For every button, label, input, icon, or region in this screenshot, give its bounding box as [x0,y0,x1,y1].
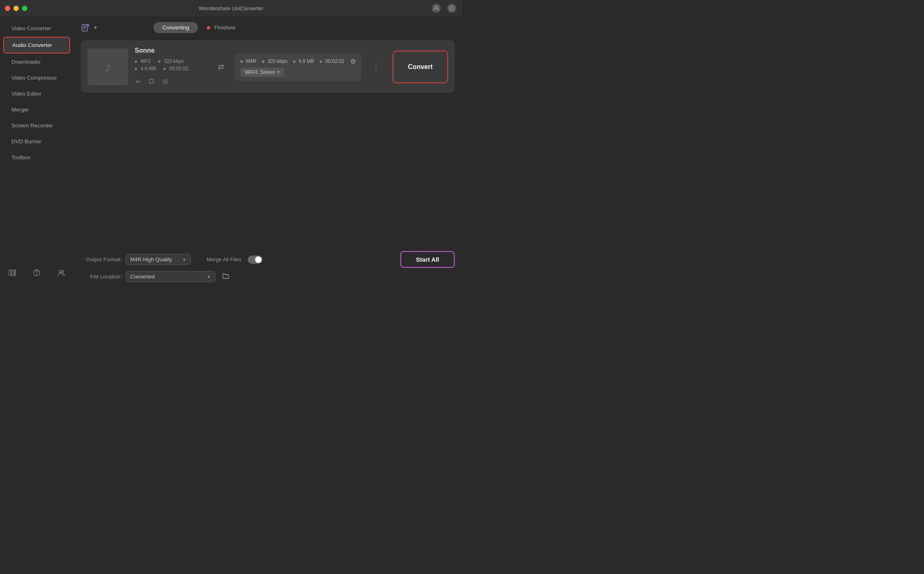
output-box: M4R 320 kbps 4.9 MB 00:02:02 ⚙ [235,53,361,81]
window-controls [5,6,27,11]
convert-button[interactable]: Convert [393,51,448,83]
out-dot-3 [293,60,295,63]
cut-icon[interactable]: ✂ [135,77,142,87]
sidebar-item-dvd-burner[interactable]: DVD Burner [3,134,70,149]
chevron-down-icon: ▼ [93,25,98,31]
svg-point-7 [62,271,64,273]
source-meta-row2: 4.9 MB 00:02:02 [135,66,207,71]
sidebar-item-video-converter[interactable]: Video Converter [3,21,70,36]
sidebar-item-audio-converter[interactable]: Audio Converter [3,37,70,53]
message-icon[interactable] [447,4,456,13]
minimize-button[interactable] [13,6,19,11]
output-format-select[interactable]: M4R-High Quality ▼ [126,254,191,265]
open-folder-icon[interactable] [222,272,229,281]
tab-finished[interactable]: Finished [198,22,244,33]
svg-point-6 [59,270,62,273]
output-format-row: MPA3, Stereo ▼ [240,68,355,77]
file-location-select[interactable]: Converted ▼ [126,271,215,282]
sidebar-item-toolbox[interactable]: Toolbox [3,150,70,165]
finished-tab-label: Finished [214,24,235,31]
music-note-icon: ♪ [104,58,111,76]
crop-icon[interactable] [147,77,155,87]
svg-rect-8 [82,24,87,31]
start-all-area: Start All [400,251,455,268]
svg-rect-9 [149,79,153,83]
sidebar-item-video-editor[interactable]: Video Editor [3,86,70,101]
maximize-button[interactable] [22,6,27,11]
source-format: MP3 [135,58,151,64]
out-dot-4 [320,60,322,63]
meta-dot-1 [135,60,137,63]
file-thumbnail: ♪ [87,49,128,85]
merge-files-label: Merge All Files [207,256,241,263]
meta-dot-2 [158,60,160,63]
bottom-bar: Output Format: M4R-High Quality ▼ Merge … [81,245,455,287]
chevron-down-small-icon: ▼ [276,70,280,74]
users-icon[interactable] [54,267,69,280]
start-all-button[interactable]: Start All [400,251,455,268]
more-options-icon[interactable]: ⋮ [372,62,380,71]
meta-dot-3 [135,68,137,70]
svg-rect-3 [12,270,14,276]
file-actions: ✂ [135,77,207,87]
svg-rect-2 [9,270,11,276]
output-format: M4R [240,58,256,64]
tabs-container: Converting Finished [153,22,244,33]
file-card: ♪ Sonne MP3 320 kbps [81,40,455,93]
tab-converting[interactable]: Converting [153,22,198,33]
file-location-label: File Location: [81,274,122,280]
audio-converter-icon-btn[interactable]: ▼ [81,23,98,33]
output-meta-row1: M4R 320 kbps 4.9 MB 00:02:02 ⚙ [240,58,355,65]
main-layout: Video Converter Audio Converter Download… [0,16,462,287]
file-location-row: File Location: Converted ▼ [81,271,455,282]
titlebar: Wondershare UniConverter [0,0,462,16]
sidebar: Video Converter Audio Converter Download… [0,16,73,287]
output-duration: 00:02:02 [320,58,344,64]
titlebar-right-icons [432,4,456,13]
out-dot-2 [262,60,264,63]
source-size: 4.9 MB [135,66,156,71]
content-area: ▼ Converting Finished ♪ Sonne [73,16,462,287]
app-title: Wondershare UniConverter [199,5,263,11]
meta-dot-4 [163,68,166,70]
sidebar-item-downloader[interactable]: Downloader [3,54,70,69]
sidebar-item-screen-recorder[interactable]: Screen Recorder [3,118,70,133]
source-info: Sonne MP3 320 kbps 4.9 MB [135,47,207,87]
effects-icon[interactable] [161,77,169,87]
convert-button-area: Convert [386,51,448,83]
library-icon[interactable] [5,267,20,280]
sidebar-bottom-icons [0,261,73,285]
sidebar-item-video-compressor[interactable]: Video Compressor [3,70,70,85]
source-meta-row1: MP3 320 kbps [135,58,207,64]
file-name: Sonne [135,47,207,54]
source-duration: 00:02:02 [163,66,188,71]
converting-tab-label: Converting [162,24,189,31]
output-format-label: Output Format: [81,256,122,263]
convert-arrow: ⇄ [214,62,228,71]
toggle-knob [255,256,262,263]
svg-rect-4 [15,270,16,276]
content-header: ▼ Converting Finished [81,22,455,33]
close-button[interactable] [5,6,10,11]
output-bitrate: 320 kbps [262,58,287,64]
out-dot-1 [240,60,243,63]
format-chevron-icon: ▼ [182,257,187,262]
merge-toggle[interactable] [248,256,262,264]
location-chevron-icon: ▼ [207,274,211,279]
sidebar-item-merger[interactable]: Merger [3,102,70,117]
settings-icon[interactable]: ⚙ [350,58,356,65]
profile-icon[interactable] [432,4,441,13]
source-bitrate: 320 kbps [158,58,184,64]
output-format-row-bottom: Output Format: M4R-High Quality ▼ Merge … [81,251,455,268]
audio-format-selector[interactable]: MPA3, Stereo ▼ [240,68,284,77]
output-size: 4.9 MB [293,58,314,64]
shuffle-icon: ⇄ [218,62,224,71]
finished-dot [207,26,210,29]
help-icon[interactable] [29,267,44,280]
